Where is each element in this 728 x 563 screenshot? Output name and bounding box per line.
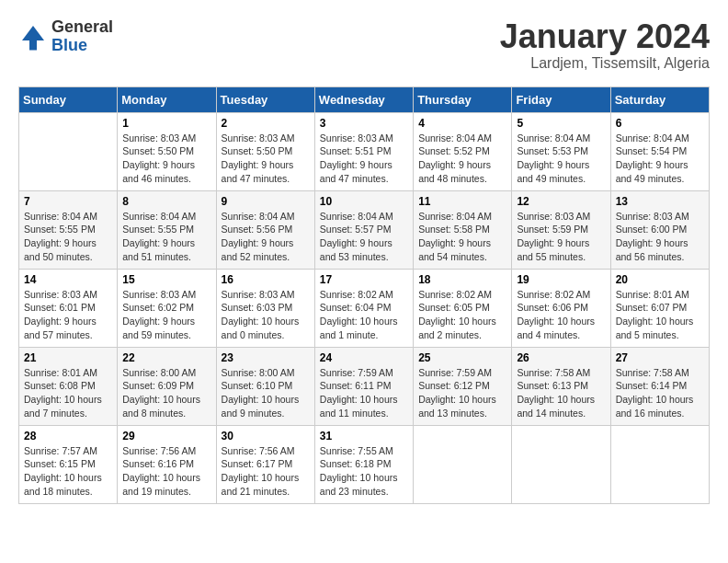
day-number: 16 [222,273,310,286]
sunrise-text: Sunrise: 7:55 AM [320,445,393,456]
calendar-cell: 23 Sunrise: 8:00 AM Sunset: 6:10 PM Dayl… [216,347,314,425]
day-number: 14 [24,273,112,286]
day-number: 31 [320,430,408,442]
calendar-week-row: 14 Sunrise: 8:03 AM Sunset: 6:01 PM Dayl… [19,269,710,347]
day-info: Sunrise: 7:58 AM Sunset: 6:14 PM Dayligh… [616,366,704,420]
col-monday: Monday [118,86,216,112]
day-number: 7 [24,195,112,208]
sunrise-text: Sunrise: 8:04 AM [122,211,196,222]
sunrise-text: Sunrise: 8:03 AM [24,289,97,300]
daylight-text: Daylight: 10 hours and 18 minutes. [24,472,102,497]
day-info: Sunrise: 7:56 AM Sunset: 6:16 PM Dayligh… [122,444,210,499]
logo-icon [18,22,48,52]
day-info: Sunrise: 8:02 AM Sunset: 6:04 PM Dayligh… [320,288,408,342]
day-number: 11 [418,195,506,208]
daylight-text: Daylight: 10 hours and 4 minutes. [517,316,595,340]
sunrise-text: Sunrise: 8:02 AM [320,289,393,300]
sunrise-text: Sunrise: 7:58 AM [517,367,590,378]
sunset-text: Sunset: 5:53 PM [517,145,588,156]
daylight-text: Daylight: 9 hours and 52 minutes. [222,237,294,262]
sunset-text: Sunset: 6:12 PM [418,380,490,391]
day-info: Sunrise: 8:04 AM Sunset: 5:58 PM Dayligh… [418,210,506,264]
sunset-text: Sunset: 6:07 PM [616,302,688,313]
sunrise-text: Sunrise: 7:57 AM [24,445,97,456]
calendar-week-row: 28 Sunrise: 7:57 AM Sunset: 6:15 PM Dayl… [19,425,710,503]
daylight-text: Daylight: 10 hours and 23 minutes. [320,472,398,497]
daylight-text: Daylight: 9 hours and 57 minutes. [24,316,97,340]
day-number: 24 [320,351,408,364]
daylight-text: Daylight: 9 hours and 49 minutes. [517,159,589,184]
day-number: 21 [24,351,112,364]
sunset-text: Sunset: 5:55 PM [122,224,194,235]
day-number: 6 [616,117,704,130]
day-number: 5 [517,117,605,130]
day-number: 9 [222,195,310,208]
calendar-cell: 25 Sunrise: 7:59 AM Sunset: 6:12 PM Dayl… [414,347,512,425]
sunrise-text: Sunrise: 8:03 AM [320,132,393,144]
calendar-cell: 26 Sunrise: 7:58 AM Sunset: 6:13 PM Dayl… [512,347,610,425]
sunrise-text: Sunrise: 8:04 AM [320,211,393,222]
sunset-text: Sunset: 6:15 PM [24,458,96,469]
day-number: 29 [122,430,210,442]
calendar-cell: 30 Sunrise: 7:56 AM Sunset: 6:17 PM Dayl… [216,425,314,503]
month-year-title: January 2024 [500,18,710,55]
calendar-cell: 28 Sunrise: 7:57 AM Sunset: 6:15 PM Dayl… [19,425,118,503]
calendar-body: 1 Sunrise: 8:03 AM Sunset: 5:50 PM Dayli… [19,112,710,503]
calendar-cell: 10 Sunrise: 8:04 AM Sunset: 5:57 PM Dayl… [314,190,413,269]
day-info: Sunrise: 8:03 AM Sunset: 5:51 PM Dayligh… [320,132,408,186]
calendar-header: Sunday Monday Tuesday Wednesday Thursday… [19,86,710,112]
daylight-text: Daylight: 10 hours and 11 minutes. [320,394,398,419]
day-info: Sunrise: 8:00 AM Sunset: 6:09 PM Dayligh… [122,366,210,420]
day-info: Sunrise: 7:59 AM Sunset: 6:12 PM Dayligh… [418,366,506,420]
day-number: 10 [320,195,408,208]
sunset-text: Sunset: 5:52 PM [418,145,490,156]
sunrise-text: Sunrise: 8:04 AM [418,211,492,222]
title-section: January 2024 Lardjem, Tissemsilt, Algeri… [500,18,710,72]
daylight-text: Daylight: 9 hours and 51 minutes. [122,237,195,262]
sunrise-text: Sunrise: 8:02 AM [517,289,590,300]
col-tuesday: Tuesday [216,86,314,112]
sunrise-text: Sunrise: 7:59 AM [320,367,393,378]
daylight-text: Daylight: 10 hours and 9 minutes. [222,394,300,419]
sunset-text: Sunset: 6:02 PM [122,302,194,313]
daylight-text: Daylight: 10 hours and 13 minutes. [418,394,496,419]
day-number: 27 [616,351,704,364]
sunset-text: Sunset: 5:51 PM [320,145,392,156]
calendar-cell: 9 Sunrise: 8:04 AM Sunset: 5:56 PM Dayli… [216,190,314,269]
svg-marker-0 [22,26,44,50]
day-info: Sunrise: 8:04 AM Sunset: 5:55 PM Dayligh… [122,210,210,264]
calendar-cell: 2 Sunrise: 8:03 AM Sunset: 5:50 PM Dayli… [216,112,314,190]
day-info: Sunrise: 7:57 AM Sunset: 6:15 PM Dayligh… [24,444,112,499]
sunset-text: Sunset: 6:18 PM [320,458,392,469]
calendar-cell: 29 Sunrise: 7:56 AM Sunset: 6:16 PM Dayl… [118,425,216,503]
day-number: 12 [517,195,605,208]
day-number: 19 [517,273,605,286]
sunrise-text: Sunrise: 7:59 AM [418,367,492,378]
day-number: 30 [222,430,310,442]
sunset-text: Sunset: 6:04 PM [320,302,392,313]
day-number: 17 [320,273,408,286]
day-info: Sunrise: 8:04 AM Sunset: 5:55 PM Dayligh… [24,210,112,264]
day-number: 4 [418,117,506,130]
sunset-text: Sunset: 5:55 PM [24,224,96,235]
calendar-cell: 8 Sunrise: 8:04 AM Sunset: 5:55 PM Dayli… [118,190,216,269]
day-info: Sunrise: 7:58 AM Sunset: 6:13 PM Dayligh… [517,366,605,420]
daylight-text: Daylight: 9 hours and 54 minutes. [418,237,491,262]
sunset-text: Sunset: 5:58 PM [418,224,490,235]
page-header: General Blue January 2024 Lardjem, Tisse… [18,18,710,72]
daylight-text: Daylight: 9 hours and 49 minutes. [616,159,688,184]
sunrise-text: Sunrise: 8:01 AM [616,289,689,300]
calendar-cell: 15 Sunrise: 8:03 AM Sunset: 6:02 PM Dayl… [118,269,216,347]
day-number: 15 [122,273,210,286]
daylight-text: Daylight: 10 hours and 8 minutes. [122,394,200,419]
day-info: Sunrise: 8:00 AM Sunset: 6:10 PM Dayligh… [222,366,310,420]
col-saturday: Saturday [610,86,709,112]
sunset-text: Sunset: 6:11 PM [320,380,392,391]
calendar-cell [512,425,610,503]
daylight-text: Daylight: 9 hours and 56 minutes. [616,237,688,262]
col-wednesday: Wednesday [314,86,413,112]
day-number: 2 [222,117,310,130]
calendar-cell [414,425,512,503]
day-number: 13 [616,195,704,208]
sunset-text: Sunset: 5:50 PM [222,145,293,156]
